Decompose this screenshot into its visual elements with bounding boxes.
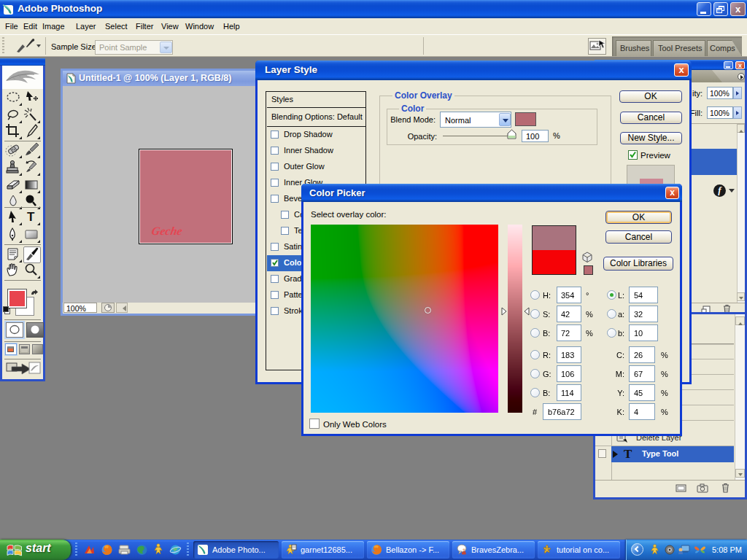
svg-text:T: T — [27, 210, 35, 224]
